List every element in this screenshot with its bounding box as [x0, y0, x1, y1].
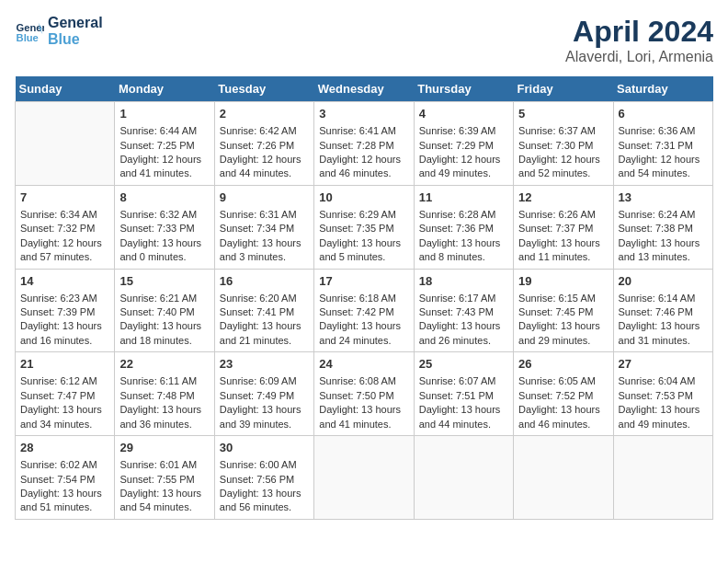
day-number: 2 — [220, 106, 309, 122]
daylight-text: Daylight: 13 hours and 51 minutes. — [20, 487, 109, 515]
sunrise-text: Sunrise: 6:05 AM — [518, 374, 608, 388]
calendar-cell: 3Sunrise: 6:41 AMSunset: 7:28 PMDaylight… — [314, 102, 414, 186]
day-header-saturday: Saturday — [613, 76, 712, 102]
sunset-text: Sunset: 7:51 PM — [419, 389, 508, 403]
sunrise-text: Sunrise: 6:20 AM — [220, 292, 309, 305]
page-header: General Blue General Blue April 2024 Ala… — [15, 15, 713, 65]
calendar-cell: 12Sunrise: 6:26 AMSunset: 7:37 PMDayligh… — [514, 185, 613, 269]
calendar-cell: 10Sunrise: 6:29 AMSunset: 7:35 PMDayligh… — [314, 185, 414, 269]
day-number: 22 — [119, 356, 209, 373]
sunrise-text: Sunrise: 6:39 AM — [419, 124, 508, 138]
calendar-week-1: 1Sunrise: 6:44 AMSunset: 7:25 PMDaylight… — [16, 102, 713, 186]
calendar-cell: 6Sunrise: 6:36 AMSunset: 7:31 PMDaylight… — [613, 102, 712, 186]
sunrise-text: Sunrise: 6:36 AM — [619, 124, 708, 138]
daylight-text: Daylight: 13 hours and 34 minutes. — [20, 403, 109, 431]
day-number: 1 — [119, 106, 209, 122]
sunrise-text: Sunrise: 6:01 AM — [119, 458, 209, 472]
day-number: 10 — [319, 190, 408, 206]
calendar-cell: 11Sunrise: 6:28 AMSunset: 7:36 PMDayligh… — [414, 185, 513, 269]
sunset-text: Sunset: 7:28 PM — [319, 139, 408, 153]
daylight-text: Daylight: 13 hours and 49 minutes. — [619, 403, 708, 431]
sunset-text: Sunset: 7:30 PM — [518, 139, 608, 153]
daylight-text: Daylight: 13 hours and 44 minutes. — [419, 403, 508, 431]
calendar-table: SundayMondayTuesdayWednesdayThursdayFrid… — [15, 76, 713, 520]
day-number: 5 — [518, 106, 608, 122]
sunset-text: Sunset: 7:35 PM — [319, 222, 408, 236]
sunset-text: Sunset: 7:25 PM — [119, 139, 209, 153]
sunrise-text: Sunrise: 6:00 AM — [220, 458, 309, 472]
calendar-header: SundayMondayTuesdayWednesdayThursdayFrid… — [16, 76, 713, 102]
day-number: 21 — [20, 356, 109, 373]
calendar-cell: 18Sunrise: 6:17 AMSunset: 7:43 PMDayligh… — [414, 269, 513, 352]
calendar-week-2: 7Sunrise: 6:34 AMSunset: 7:32 PMDaylight… — [16, 185, 713, 269]
sunset-text: Sunset: 7:43 PM — [419, 305, 508, 319]
day-number: 25 — [419, 356, 508, 373]
daylight-text: Daylight: 13 hours and 16 minutes. — [20, 319, 109, 348]
day-number: 30 — [220, 440, 309, 456]
calendar-cell: 13Sunrise: 6:24 AMSunset: 7:38 PMDayligh… — [613, 185, 712, 269]
calendar-cell: 29Sunrise: 6:01 AMSunset: 7:55 PMDayligh… — [115, 436, 214, 520]
day-number: 26 — [518, 356, 608, 373]
sunset-text: Sunset: 7:34 PM — [220, 222, 309, 236]
calendar-cell — [16, 102, 115, 186]
svg-text:Blue: Blue — [17, 32, 39, 43]
logo-line1: General — [48, 15, 103, 31]
calendar-cell: 1Sunrise: 6:44 AMSunset: 7:25 PMDaylight… — [115, 102, 214, 186]
calendar-cell: 23Sunrise: 6:09 AMSunset: 7:49 PMDayligh… — [214, 352, 313, 436]
sunset-text: Sunset: 7:52 PM — [518, 389, 608, 403]
sunrise-text: Sunrise: 6:42 AM — [220, 124, 309, 138]
sunrise-text: Sunrise: 6:18 AM — [319, 292, 408, 305]
day-number: 13 — [619, 190, 708, 206]
sunset-text: Sunset: 7:31 PM — [619, 139, 708, 153]
daylight-text: Daylight: 13 hours and 41 minutes. — [319, 403, 408, 431]
day-header-wednesday: Wednesday — [314, 76, 414, 102]
daylight-text: Daylight: 13 hours and 36 minutes. — [119, 403, 209, 431]
day-header-monday: Monday — [115, 76, 214, 102]
day-number: 28 — [20, 440, 109, 456]
calendar-title: April 2024 — [565, 15, 713, 49]
sunset-text: Sunset: 7:53 PM — [619, 389, 708, 403]
day-header-tuesday: Tuesday — [214, 76, 313, 102]
day-number: 17 — [319, 273, 408, 290]
daylight-text: Daylight: 13 hours and 18 minutes. — [119, 319, 209, 348]
daylight-text: Daylight: 13 hours and 31 minutes. — [619, 319, 708, 348]
sunrise-text: Sunrise: 6:31 AM — [220, 208, 309, 222]
sunset-text: Sunset: 7:49 PM — [220, 389, 309, 403]
sunset-text: Sunset: 7:26 PM — [220, 139, 309, 153]
sunrise-text: Sunrise: 6:17 AM — [419, 292, 508, 305]
calendar-cell: 7Sunrise: 6:34 AMSunset: 7:32 PMDaylight… — [16, 185, 115, 269]
sunset-text: Sunset: 7:32 PM — [20, 222, 109, 236]
sunset-text: Sunset: 7:41 PM — [220, 305, 309, 319]
sunrise-text: Sunrise: 6:37 AM — [518, 124, 608, 138]
day-number: 27 — [619, 356, 708, 373]
daylight-text: Daylight: 12 hours and 57 minutes. — [20, 236, 109, 265]
sunrise-text: Sunrise: 6:21 AM — [119, 292, 209, 305]
sunset-text: Sunset: 7:47 PM — [20, 389, 109, 403]
calendar-cell: 22Sunrise: 6:11 AMSunset: 7:48 PMDayligh… — [115, 352, 214, 436]
day-number: 8 — [119, 190, 209, 206]
calendar-week-3: 14Sunrise: 6:23 AMSunset: 7:39 PMDayligh… — [16, 269, 713, 352]
sunrise-text: Sunrise: 6:14 AM — [619, 292, 708, 305]
calendar-cell — [314, 436, 414, 520]
day-number: 15 — [119, 273, 209, 290]
sunrise-text: Sunrise: 6:32 AM — [119, 208, 209, 222]
calendar-cell: 4Sunrise: 6:39 AMSunset: 7:29 PMDaylight… — [414, 102, 513, 186]
sunset-text: Sunset: 7:29 PM — [419, 139, 508, 153]
daylight-text: Daylight: 12 hours and 46 minutes. — [319, 153, 408, 181]
day-number: 12 — [518, 190, 608, 206]
calendar-cell: 5Sunrise: 6:37 AMSunset: 7:30 PMDaylight… — [514, 102, 613, 186]
sunrise-text: Sunrise: 6:12 AM — [20, 374, 109, 388]
day-number: 20 — [619, 273, 708, 290]
sunset-text: Sunset: 7:40 PM — [119, 305, 209, 319]
sunset-text: Sunset: 7:56 PM — [220, 473, 309, 487]
calendar-cell: 19Sunrise: 6:15 AMSunset: 7:45 PMDayligh… — [514, 269, 613, 352]
sunrise-text: Sunrise: 6:29 AM — [319, 208, 408, 222]
day-number: 19 — [518, 273, 608, 290]
sunset-text: Sunset: 7:42 PM — [319, 305, 408, 319]
sunset-text: Sunset: 7:48 PM — [119, 389, 209, 403]
sunrise-text: Sunrise: 6:28 AM — [419, 208, 508, 222]
calendar-cell: 20Sunrise: 6:14 AMSunset: 7:46 PMDayligh… — [613, 269, 712, 352]
daylight-text: Daylight: 12 hours and 41 minutes. — [119, 153, 209, 181]
calendar-cell: 24Sunrise: 6:08 AMSunset: 7:50 PMDayligh… — [314, 352, 414, 436]
calendar-cell: 30Sunrise: 6:00 AMSunset: 7:56 PMDayligh… — [214, 436, 313, 520]
